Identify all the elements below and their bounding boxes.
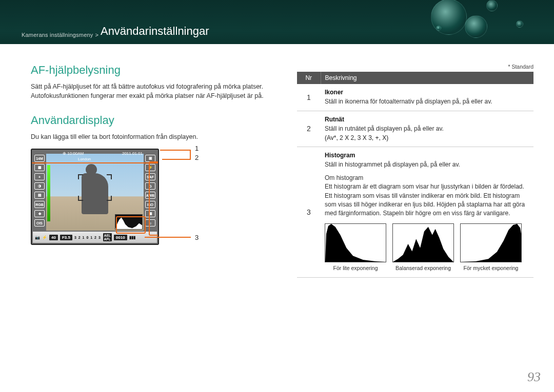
row-label: Ikoner — [325, 88, 529, 97]
ev-scale: 3 2 1 0 1 2 3 — [74, 236, 101, 239]
callout-box-right-icons — [149, 161, 159, 236]
histogram-overexposed — [460, 223, 522, 262]
table-row: 2 Rutnät Ställ in rutnätet på displayen … — [297, 111, 533, 147]
svg-marker-1 — [325, 224, 386, 262]
row-label: Rutnät — [325, 115, 529, 124]
section-text-af: Sätt på AF-hjälpljuset för att få bättre… — [31, 82, 274, 100]
mode-icon: 📷 — [35, 235, 40, 240]
camera-display-figure: ⊕ 10:00AM 2011.01.01 London 14M ▦ + ◑ ▤ … — [31, 149, 200, 245]
focus-bracket — [78, 174, 83, 179]
row-label: Histogram — [325, 151, 529, 160]
pattern-icon: ▤ — [34, 192, 45, 199]
row-options: (Av*, 2 X 2, 3 X 3, +, X) — [325, 134, 388, 141]
focus-bracket — [78, 196, 83, 201]
section-title-af: AF-hjälpbelysning — [31, 64, 274, 77]
colorspace-icon: RGB — [34, 201, 45, 208]
exposure-bar — [47, 165, 50, 221]
subject-silhouette — [80, 164, 110, 220]
callout-box-icons — [31, 149, 159, 163]
histogram-underexposed — [325, 223, 386, 262]
camera-screen: ⊕ 10:00AM 2011.01.01 London 14M ▦ + ◑ ▤ … — [31, 149, 159, 245]
ois-icon: OIS — [34, 219, 45, 226]
row-number: 1 — [297, 84, 321, 111]
flash-icon: ⚡ — [42, 235, 47, 240]
section-title-display: Användardisplay — [31, 114, 274, 127]
table-row: 3 Histogram Ställ in histogrammet på dis… — [297, 147, 533, 277]
sharp-icon: ◆ — [34, 210, 45, 217]
standard-note: * Standard — [297, 64, 533, 70]
breadcrumb-current: Användarinställningar — [101, 25, 209, 38]
row-desc: Ställ in rutnätet på displayen på, på el… — [325, 125, 444, 132]
battery-icon: ▮▮▮ — [129, 235, 135, 240]
lead-line — [145, 237, 191, 238]
ael-afl-badge: AELAFL — [103, 233, 112, 241]
breadcrumb-separator: > — [95, 32, 98, 38]
description-table: Nr Beskrivning 1 Ikoner Ställ in ikonern… — [297, 72, 533, 278]
aperture-value: F3.5 — [60, 235, 72, 240]
plus-icon: + — [34, 173, 45, 180]
svg-marker-3 — [461, 224, 521, 262]
row-number: 3 — [297, 147, 321, 277]
shutter-value: 40 — [49, 235, 58, 240]
svg-marker-2 — [393, 227, 453, 262]
table-header-nr: Nr — [297, 72, 321, 84]
subsection-desc: Ett histogram är ett diagram som visar h… — [325, 183, 525, 217]
callout-number-2: 2 — [195, 154, 199, 161]
histogram-caption: Balanserad exponering — [392, 264, 454, 272]
header-decoration — [410, 0, 544, 46]
lead-line — [162, 159, 191, 160]
page-header: Kamerans inställningsmeny > Användarinst… — [0, 0, 554, 44]
breadcrumb-parent: Kamerans inställningsmeny — [22, 32, 93, 38]
histogram-balanced — [392, 223, 454, 262]
row-number: 2 — [297, 111, 321, 147]
callout-number-3: 3 — [195, 234, 199, 241]
lead-line — [190, 150, 191, 160]
table-row: 1 Ikoner Ställ in ikonerna för fotoalter… — [297, 84, 533, 111]
subsection-title: Om histogram — [325, 174, 363, 181]
histogram-caption: För lite exponering — [325, 264, 386, 272]
histogram-examples: För lite exponering Balanserad exponerin… — [325, 223, 529, 272]
metering-icon: ◑ — [34, 182, 45, 190]
histogram-caption: För mycket exponering — [460, 264, 522, 272]
row-desc: Ställ in histogrammet på displayen på, p… — [325, 161, 460, 168]
frames-remaining: 0010 — [114, 235, 127, 240]
callout-number-1: 1 — [195, 145, 199, 152]
lead-line — [160, 150, 191, 151]
section-text-display: Du kan lägga till eller ta bort fotoinfo… — [31, 132, 274, 141]
focus-bracket — [107, 174, 112, 179]
quality-icon: ▦ — [34, 164, 45, 171]
row-desc: Ställ in ikonerna för fotoalternativ på … — [325, 98, 492, 105]
focus-bracket — [107, 196, 112, 201]
left-icon-column: 14M ▦ + ◑ ▤ RGB ◆ OIS — [33, 154, 46, 231]
page-number: 93 — [527, 369, 541, 385]
table-header-desc: Beskrivning — [321, 72, 533, 84]
callout-box-histogram — [116, 216, 146, 234]
